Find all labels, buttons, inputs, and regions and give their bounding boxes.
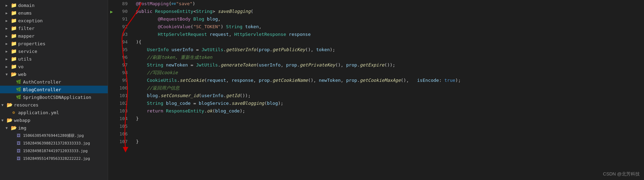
gutter-105 (108, 123, 115, 130)
folder-icon-domain: 📁 (10, 2, 17, 8)
sidebar-item-springbootapp[interactable]: 🌿 SpringBootCSDNApplication (0, 93, 108, 101)
sidebar-item-service[interactable]: ▶ 📁 service (0, 47, 108, 55)
sidebar-item-img3[interactable]: 🖼 15028498187441971​2033333.jpg (0, 147, 108, 155)
gutter-100 (108, 84, 115, 92)
gutter-102 (108, 100, 115, 107)
sidebar-item-blogcontroller[interactable]: 🌿 BlogController (0, 86, 108, 93)
sidebar-item-vo[interactable]: ▶ 📁 vo (0, 63, 108, 70)
folder-icon-webapp: 📂 (6, 117, 13, 123)
linenum-94: 94 (115, 38, 130, 46)
sidebar-item-utils[interactable]: ▶ 📁 utils (0, 55, 108, 63)
sidebar-item-label: enums (18, 10, 32, 16)
sidebar-item-filter[interactable]: ▶ 📁 filter (0, 24, 108, 32)
folder-icon-service: 📁 (10, 48, 17, 54)
sidebar-item-web[interactable]: ▼ 📂 web (0, 70, 108, 78)
line-numbers: 89 90 91 92 93 94 95 96 97 98 99 100 101… (115, 0, 133, 180)
code-line-107: } (136, 138, 644, 146)
gutter-95 (108, 46, 115, 54)
sidebar-item-label: 15028495514705633​28222222.jpg (23, 156, 90, 161)
sidebar-item-label: 15028498187441971​2033333.jpg (23, 149, 88, 153)
code-line-96: //刷新token, 重新生成token (136, 54, 644, 61)
spring-icon-blogcontroller: 🌿 (15, 87, 22, 92)
sidebar-item-label: SpringBootCSDNApplication (23, 95, 91, 100)
sidebar-item-exception[interactable]: ▶ 📁 exception (0, 17, 108, 24)
code-line-93: HttpServletRequest request, HttpServletR… (136, 31, 644, 38)
folder-icon-filter: 📁 (10, 25, 17, 31)
sidebar-item-label: domain (18, 3, 35, 8)
gutter-90: ▶ (108, 8, 115, 15)
gutter-92 (108, 23, 115, 31)
sidebar-item-label: service (18, 49, 37, 54)
linenum-96: 96 (115, 54, 130, 61)
folder-icon-web: 📂 (10, 71, 17, 77)
linenum-107: 107 (115, 138, 130, 146)
sidebar-item-label: 15028496398823137​28333333.jpg (23, 141, 90, 146)
sidebar-item-label: BlogController (23, 87, 61, 92)
arrow-filter: ▶ (6, 26, 10, 30)
sidebar-item-label: img (18, 125, 26, 131)
code-line-100: //返回用户信息 (136, 84, 644, 92)
code-line-91: @RequestBody Blog blog, (136, 15, 644, 23)
code-line-101: blog.setConsumer_id(userInfo.getId()); (136, 92, 644, 100)
gutter-107 (108, 138, 115, 146)
linenum-105: 105 (115, 123, 130, 130)
code-line-97: String newToken = JwtUtils.generateToken… (136, 61, 644, 69)
sidebar-item-enums[interactable]: ▶ 📁 enums (0, 9, 108, 17)
image-icon-4: 🖼 (15, 156, 22, 161)
arrow-enums: ▶ (6, 11, 10, 15)
code-content[interactable]: @PostMapping(⊙∨"save") public ResponseEn… (133, 0, 644, 180)
linenum-102: 102 (115, 100, 130, 107)
linenum-99: 99 (115, 77, 130, 84)
sidebar-item-label: mapper (18, 33, 35, 39)
sidebar-item-mapper[interactable]: ▶ 📁 mapper (0, 32, 108, 40)
folder-icon-vo: 📁 (10, 64, 17, 69)
linenum-92: 92 (115, 23, 130, 31)
code-line-99: CookieUtils.setCookie(request, response,… (136, 77, 644, 84)
folder-icon-img: 📂 (10, 125, 17, 131)
arrow-service: ▶ (6, 49, 10, 53)
annotation-postmapping: @PostMapping (136, 0, 169, 8)
sidebar-item-label: resources (14, 102, 38, 108)
gutter-98 (108, 69, 115, 77)
sidebar-item-label: exception (18, 18, 43, 23)
sidebar-item-label: properties (18, 41, 45, 46)
code-line-106 (136, 130, 644, 138)
gutter-94 (108, 38, 115, 46)
code-line-104: } (136, 115, 644, 123)
sidebar-item-properties[interactable]: ▶ 📁 properties (0, 40, 108, 47)
sidebar-item-resources[interactable]: ▼ 📂 resources (0, 101, 108, 109)
spring-icon-authcontroller: 🌿 (15, 79, 22, 85)
gutter-103 (108, 107, 115, 115)
gutter-106 (108, 130, 115, 138)
sidebar-item-img2[interactable]: 🖼 15028496398823137​28333333.jpg (0, 139, 108, 147)
linenum-95: 95 (115, 46, 130, 54)
sidebar-item-label: webapp (14, 118, 30, 123)
sidebar-item-img[interactable]: ▼ 📂 img (0, 124, 108, 132)
yaml-icon: ⚙ (10, 110, 17, 115)
code-line-94: ){ (136, 38, 644, 46)
image-icon-2: 🖼 (15, 140, 22, 146)
image-icon-3: 🖼 (15, 148, 22, 154)
sidebar-item-applicationyml[interactable]: ⚙ application.yml (0, 109, 108, 116)
watermark: CSDN @北芳科技 (603, 171, 640, 177)
run-icon[interactable]: ▶ (110, 9, 113, 14)
gutter-96 (108, 54, 115, 61)
sidebar-item-img4[interactable]: 🖼 15028495514705633​28222222.jpg (0, 155, 108, 162)
spring-icon-springbootapp: 🌿 (15, 94, 22, 100)
gutter-99 (108, 77, 115, 84)
linenum-97: 97 (115, 61, 130, 69)
linenum-98: 98 (115, 69, 130, 77)
arrow-img: ▼ (6, 126, 10, 130)
sidebar-item-domain[interactable]: ▶ 📁 domain (0, 1, 108, 9)
folder-icon-resources: 📂 (6, 102, 13, 108)
sidebar-item-img1[interactable]: 🖼 15066305497694412​80捕获.jpg (0, 132, 108, 139)
arrow-domain: ▶ (6, 3, 10, 7)
linenum-93: 93 (115, 31, 130, 38)
sidebar-item-label: application.yml (18, 110, 59, 115)
sidebar-item-authcontroller[interactable]: 🌿 AuthController (0, 78, 108, 86)
sidebar-item-webapp[interactable]: ▼ 📂 webapp (0, 116, 108, 124)
gutter-97 (108, 61, 115, 69)
gutter-104 (108, 115, 115, 123)
sidebar-item-label: utils (18, 56, 32, 62)
arrow-properties: ▶ (6, 42, 10, 46)
